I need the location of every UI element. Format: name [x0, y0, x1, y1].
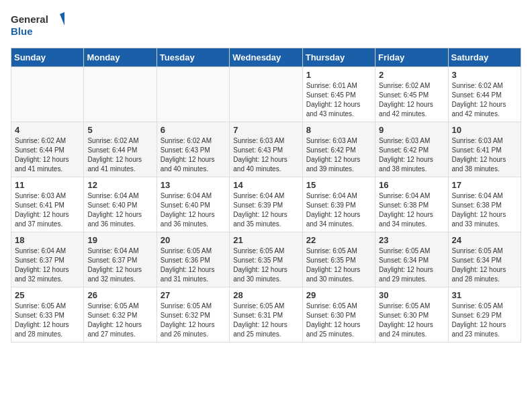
day-number: 9: [379, 125, 444, 135]
day-detail: Sunrise: 6:04 AM Sunset: 6:37 PM Dayligh…: [15, 246, 80, 284]
calendar-cell: [11, 67, 84, 122]
calendar-cell: 1Sunrise: 6:01 AM Sunset: 6:45 PM Daylig…: [302, 67, 375, 122]
day-detail: Sunrise: 6:05 AM Sunset: 6:31 PM Dayligh…: [233, 302, 298, 339]
calendar-cell: 19Sunrise: 6:04 AM Sunset: 6:37 PM Dayli…: [84, 232, 157, 287]
day-detail: Sunrise: 6:02 AM Sunset: 6:44 PM Dayligh…: [15, 136, 80, 174]
day-number: 14: [233, 180, 298, 190]
day-number: 23: [379, 235, 444, 245]
svg-text:Blue: Blue: [11, 26, 33, 37]
day-detail: Sunrise: 6:04 AM Sunset: 6:40 PM Dayligh…: [161, 191, 226, 229]
day-detail: Sunrise: 6:04 AM Sunset: 6:38 PM Dayligh…: [452, 191, 517, 229]
day-detail: Sunrise: 6:05 AM Sunset: 6:29 PM Dayligh…: [452, 302, 517, 339]
calendar-cell: 7Sunrise: 6:03 AM Sunset: 6:43 PM Daylig…: [230, 122, 302, 177]
logo-svg: General Blue: [11, 11, 64, 41]
page-header: General Blue: [11, 11, 521, 41]
day-detail: Sunrise: 6:04 AM Sunset: 6:39 PM Dayligh…: [306, 191, 371, 229]
day-number: 19: [87, 235, 152, 245]
calendar-cell: 4Sunrise: 6:02 AM Sunset: 6:44 PM Daylig…: [11, 122, 84, 177]
day-detail: Sunrise: 6:05 AM Sunset: 6:34 PM Dayligh…: [379, 246, 444, 284]
day-detail: Sunrise: 6:03 AM Sunset: 6:41 PM Dayligh…: [452, 136, 517, 174]
day-number: 1: [306, 70, 371, 80]
day-detail: Sunrise: 6:01 AM Sunset: 6:45 PM Dayligh…: [306, 81, 371, 119]
day-number: 24: [452, 235, 517, 245]
calendar-cell: 20Sunrise: 6:05 AM Sunset: 6:36 PM Dayli…: [157, 232, 229, 287]
weekday-header: Thursday: [302, 48, 375, 67]
day-detail: Sunrise: 6:02 AM Sunset: 6:44 PM Dayligh…: [87, 136, 152, 174]
calendar-cell: 15Sunrise: 6:04 AM Sunset: 6:39 PM Dayli…: [302, 177, 375, 232]
calendar-cell: 22Sunrise: 6:05 AM Sunset: 6:35 PM Dayli…: [302, 232, 375, 287]
svg-marker-2: [60, 12, 64, 26]
calendar-cell: 28Sunrise: 6:05 AM Sunset: 6:31 PM Dayli…: [230, 287, 302, 342]
calendar-cell: 9Sunrise: 6:03 AM Sunset: 6:42 PM Daylig…: [375, 122, 448, 177]
calendar-cell: 24Sunrise: 6:05 AM Sunset: 6:34 PM Dayli…: [448, 232, 521, 287]
calendar-cell: 5Sunrise: 6:02 AM Sunset: 6:44 PM Daylig…: [84, 122, 157, 177]
day-number: 4: [15, 125, 80, 135]
day-detail: Sunrise: 6:02 AM Sunset: 6:44 PM Dayligh…: [452, 81, 517, 119]
weekday-header: Friday: [375, 48, 448, 67]
day-number: 17: [452, 180, 517, 190]
day-number: 11: [15, 180, 80, 190]
calendar-cell: 8Sunrise: 6:03 AM Sunset: 6:42 PM Daylig…: [302, 122, 375, 177]
day-number: 7: [233, 125, 298, 135]
day-number: 20: [161, 235, 226, 245]
calendar-cell: 10Sunrise: 6:03 AM Sunset: 6:41 PM Dayli…: [448, 122, 521, 177]
day-number: 2: [379, 70, 444, 80]
calendar-cell: 27Sunrise: 6:05 AM Sunset: 6:32 PM Dayli…: [157, 287, 229, 342]
day-detail: Sunrise: 6:02 AM Sunset: 6:43 PM Dayligh…: [161, 136, 226, 174]
day-number: 13: [161, 180, 226, 190]
day-number: 26: [87, 290, 152, 300]
day-detail: Sunrise: 6:02 AM Sunset: 6:45 PM Dayligh…: [379, 81, 444, 119]
calendar-cell: 31Sunrise: 6:05 AM Sunset: 6:29 PM Dayli…: [448, 287, 521, 342]
day-detail: Sunrise: 6:05 AM Sunset: 6:33 PM Dayligh…: [15, 302, 80, 339]
day-number: 15: [306, 180, 371, 190]
calendar-cell: [84, 67, 157, 122]
calendar-cell: 3Sunrise: 6:02 AM Sunset: 6:44 PM Daylig…: [448, 67, 521, 122]
calendar-cell: 25Sunrise: 6:05 AM Sunset: 6:33 PM Dayli…: [11, 287, 84, 342]
calendar-cell: 18Sunrise: 6:04 AM Sunset: 6:37 PM Dayli…: [11, 232, 84, 287]
day-number: 29: [306, 290, 371, 300]
day-number: 22: [306, 235, 371, 245]
day-detail: Sunrise: 6:04 AM Sunset: 6:38 PM Dayligh…: [379, 191, 444, 229]
day-number: 16: [379, 180, 444, 190]
day-detail: Sunrise: 6:04 AM Sunset: 6:39 PM Dayligh…: [233, 191, 298, 229]
day-number: 5: [87, 125, 152, 135]
svg-text:General: General: [11, 13, 48, 25]
day-detail: Sunrise: 6:05 AM Sunset: 6:32 PM Dayligh…: [87, 302, 152, 339]
logo: General Blue: [11, 11, 64, 41]
weekday-header: Wednesday: [230, 48, 302, 67]
day-number: 18: [15, 235, 80, 245]
calendar-table: SundayMondayTuesdayWednesdayThursdayFrid…: [11, 48, 521, 342]
day-number: 30: [379, 290, 444, 300]
calendar-cell: 6Sunrise: 6:02 AM Sunset: 6:43 PM Daylig…: [157, 122, 229, 177]
day-detail: Sunrise: 6:03 AM Sunset: 6:43 PM Dayligh…: [233, 136, 298, 174]
calendar-cell: 26Sunrise: 6:05 AM Sunset: 6:32 PM Dayli…: [84, 287, 157, 342]
calendar-cell: 11Sunrise: 6:03 AM Sunset: 6:41 PM Dayli…: [11, 177, 84, 232]
day-number: 10: [452, 125, 517, 135]
calendar-cell: 17Sunrise: 6:04 AM Sunset: 6:38 PM Dayli…: [448, 177, 521, 232]
day-detail: Sunrise: 6:05 AM Sunset: 6:36 PM Dayligh…: [161, 246, 226, 284]
day-number: 6: [161, 125, 226, 135]
calendar-cell: 2Sunrise: 6:02 AM Sunset: 6:45 PM Daylig…: [375, 67, 448, 122]
day-detail: Sunrise: 6:04 AM Sunset: 6:37 PM Dayligh…: [87, 246, 152, 284]
day-number: 21: [233, 235, 298, 245]
day-number: 3: [452, 70, 517, 80]
calendar-cell: 30Sunrise: 6:05 AM Sunset: 6:30 PM Dayli…: [375, 287, 448, 342]
calendar-cell: 21Sunrise: 6:05 AM Sunset: 6:35 PM Dayli…: [230, 232, 302, 287]
day-detail: Sunrise: 6:03 AM Sunset: 6:42 PM Dayligh…: [306, 136, 371, 174]
calendar-cell: [230, 67, 302, 122]
calendar-cell: 16Sunrise: 6:04 AM Sunset: 6:38 PM Dayli…: [375, 177, 448, 232]
calendar-cell: 29Sunrise: 6:05 AM Sunset: 6:30 PM Dayli…: [302, 287, 375, 342]
day-detail: Sunrise: 6:05 AM Sunset: 6:35 PM Dayligh…: [233, 246, 298, 284]
day-number: 12: [87, 180, 152, 190]
day-detail: Sunrise: 6:05 AM Sunset: 6:34 PM Dayligh…: [452, 246, 517, 284]
day-number: 27: [161, 290, 226, 300]
day-detail: Sunrise: 6:03 AM Sunset: 6:41 PM Dayligh…: [15, 191, 80, 229]
weekday-header: Tuesday: [157, 48, 229, 67]
day-detail: Sunrise: 6:05 AM Sunset: 6:35 PM Dayligh…: [306, 246, 371, 284]
weekday-header: Sunday: [11, 48, 84, 67]
day-detail: Sunrise: 6:05 AM Sunset: 6:30 PM Dayligh…: [379, 302, 444, 339]
calendar-cell: 12Sunrise: 6:04 AM Sunset: 6:40 PM Dayli…: [84, 177, 157, 232]
day-number: 8: [306, 125, 371, 135]
day-detail: Sunrise: 6:05 AM Sunset: 6:32 PM Dayligh…: [161, 302, 226, 339]
calendar-cell: 23Sunrise: 6:05 AM Sunset: 6:34 PM Dayli…: [375, 232, 448, 287]
